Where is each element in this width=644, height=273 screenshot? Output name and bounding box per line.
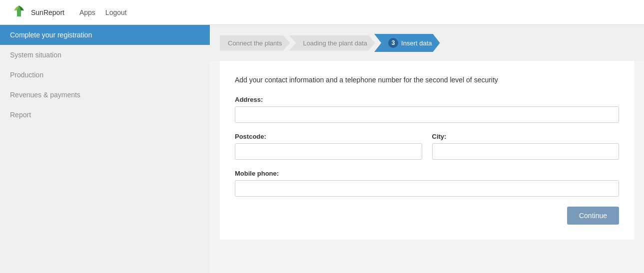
sidebar-item-revenues-payments[interactable]: Revenues & payments — [0, 85, 210, 105]
step-insert-data-number: 3 — [388, 38, 398, 48]
form-subtitle: Add your contact information and a telep… — [235, 76, 619, 84]
layout: Complete your registration System situat… — [0, 25, 644, 273]
logo-area: SunReport — [10, 4, 64, 20]
sidebar-item-complete-registration[interactable]: Complete your registration — [0, 25, 210, 45]
logo-text: SunReport — [31, 8, 64, 16]
postcode-group: Postcode: — [235, 133, 422, 160]
city-label: City: — [432, 133, 620, 140]
postcode-label: Postcode: — [235, 133, 422, 140]
sidebar-item-system-situation[interactable]: System situation — [0, 45, 210, 65]
main-content: Connect the plants Loading the plant dat… — [210, 25, 644, 273]
sunreport-logo-icon — [10, 4, 28, 20]
form-actions: Continue — [235, 207, 619, 225]
continue-button[interactable]: Continue — [567, 207, 619, 225]
sidebar-item-production[interactable]: Production — [0, 65, 210, 85]
sidebar: Complete your registration System situat… — [0, 25, 210, 273]
mobile-phone-input[interactable] — [235, 180, 619, 197]
step-loading-plant-data-content: Loading the plant data — [289, 35, 375, 51]
address-label: Address: — [235, 96, 619, 103]
apps-nav-link[interactable]: Apps — [79, 8, 95, 16]
city-input[interactable] — [432, 143, 620, 160]
postcode-city-row: Postcode: City: — [235, 133, 619, 160]
postcode-input[interactable] — [235, 143, 422, 160]
step-insert-data-content: 3 Insert data — [374, 34, 440, 52]
step-connect-plants-content: Connect the plants — [220, 35, 290, 51]
logout-nav-link[interactable]: Logout — [105, 8, 127, 16]
address-input[interactable] — [235, 106, 619, 123]
svg-marker-0 — [14, 5, 24, 16]
address-group: Address: — [235, 96, 619, 123]
mobile-phone-group: Mobile phone: — [235, 170, 619, 197]
city-group: City: — [432, 133, 620, 160]
nav-links: Apps Logout — [79, 8, 127, 16]
header: SunReport Apps Logout — [0, 0, 644, 25]
step-connect-plants: Connect the plants — [220, 35, 290, 51]
mobile-phone-label: Mobile phone: — [235, 170, 619, 177]
step-insert-data: 3 Insert data — [374, 34, 440, 52]
sidebar-item-report[interactable]: Report — [0, 105, 210, 125]
steps-bar: Connect the plants Loading the plant dat… — [210, 25, 644, 61]
step-loading-plant-data: Loading the plant data — [289, 35, 375, 51]
form-area: Add your contact information and a telep… — [220, 61, 634, 240]
